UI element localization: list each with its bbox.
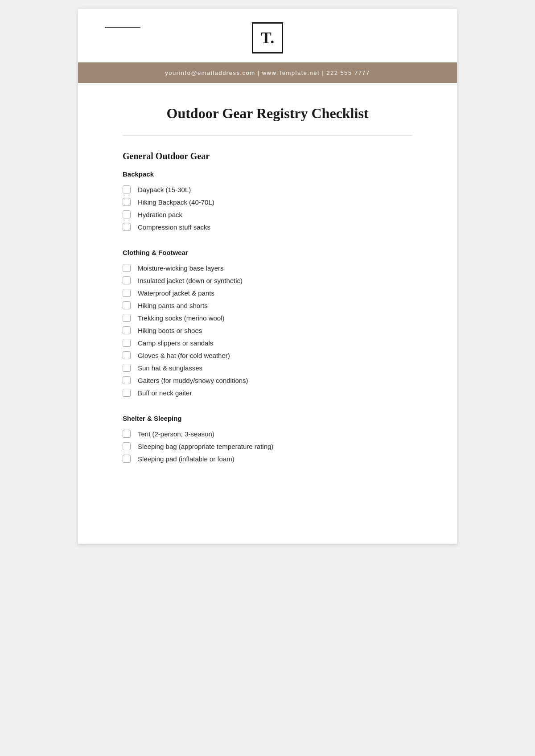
item-label: Hydration pack (138, 211, 182, 218)
item-label: Sleeping pad (inflatable or foam) (138, 455, 235, 463)
section-heading-general: General Outdoor Gear (123, 151, 412, 161)
subsection-backpack: Backpack Daypack (15-30L) Hiking Backpac… (123, 170, 412, 233)
list-item: Compression stuff sacks (123, 221, 412, 233)
list-item: Sun hat & sunglasses (123, 362, 412, 374)
list-item: Gaiters (for muddy/snowy conditions) (123, 374, 412, 386)
logo-box: T. (252, 22, 283, 53)
checkbox[interactable] (123, 210, 131, 218)
list-item: Hiking boots or shoes (123, 324, 412, 337)
list-item: Sleeping pad (inflatable or foam) (123, 452, 412, 465)
item-label: Hiking Backpack (40-70L) (138, 198, 214, 206)
checkbox[interactable] (123, 389, 131, 397)
checkbox[interactable] (123, 364, 131, 372)
list-item: Hydration pack (123, 208, 412, 221)
checkbox[interactable] (123, 276, 131, 284)
checkbox[interactable] (123, 442, 131, 450)
list-item: Trekking socks (merino wool) (123, 312, 412, 324)
list-item: Buff or neck gaiter (123, 386, 412, 399)
item-label: Waterproof jacket & pants (138, 289, 214, 297)
list-item: Camp slippers or sandals (123, 337, 412, 349)
list-item: Moisture-wicking base layers (123, 262, 412, 274)
header-bar: yourinfo@emailaddress.com | www.Template… (78, 62, 457, 83)
item-label: Hiking boots or shoes (138, 327, 202, 334)
item-label: Hiking pants and shorts (138, 302, 208, 309)
list-item: Hiking pants and shorts (123, 299, 412, 312)
title-divider (123, 135, 412, 136)
checkbox[interactable] (123, 351, 131, 359)
item-label: Gaiters (for muddy/snowy conditions) (138, 377, 248, 384)
list-item: Insulated jacket (down or synthetic) (123, 274, 412, 287)
checklist-backpack: Daypack (15-30L) Hiking Backpack (40-70L… (123, 183, 412, 233)
checklist-shelter: Tent (2-person, 3-season) Sleeping bag (… (123, 427, 412, 465)
subsection-clothing-footwear: Clothing & Footwear Moisture-wicking bas… (123, 249, 412, 399)
page: T. yourinfo@emailaddress.com | www.Templ… (78, 9, 457, 544)
checkbox[interactable] (123, 289, 131, 297)
item-label: Buff or neck gaiter (138, 389, 192, 397)
list-item: Tent (2-person, 3-season) (123, 427, 412, 440)
top-decorative-line (105, 27, 140, 28)
section-general-outdoor-gear: General Outdoor Gear Backpack Daypack (1… (123, 151, 412, 465)
item-label: Trekking socks (merino wool) (138, 314, 225, 322)
item-label: Sleeping bag (appropriate temperature ra… (138, 443, 273, 450)
item-label: Insulated jacket (down or synthetic) (138, 277, 243, 284)
checklist-clothing: Moisture-wicking base layers Insulated j… (123, 262, 412, 399)
subsection-heading-shelter: Shelter & Sleeping (123, 415, 412, 422)
item-label: Moisture-wicking base layers (138, 264, 224, 272)
checkbox[interactable] (123, 376, 131, 384)
checkbox[interactable] (123, 326, 131, 334)
item-label: Compression stuff sacks (138, 223, 210, 231)
item-label: Tent (2-person, 3-season) (138, 430, 214, 438)
header-contact: yourinfo@emailaddress.com | www.Template… (165, 70, 370, 76)
list-item: Hiking Backpack (40-70L) (123, 196, 412, 208)
checkbox[interactable] (123, 223, 131, 231)
checkbox[interactable] (123, 314, 131, 322)
item-label: Sun hat & sunglasses (138, 364, 202, 372)
logo-letter: T. (261, 29, 274, 47)
list-item: Daypack (15-30L) (123, 183, 412, 196)
list-item: Waterproof jacket & pants (123, 287, 412, 299)
checkbox[interactable] (123, 301, 131, 309)
checkbox[interactable] (123, 339, 131, 347)
list-item: Gloves & hat (for cold weather) (123, 349, 412, 362)
main-content: Outdoor Gear Registry Checklist General … (78, 83, 457, 507)
page-title: Outdoor Gear Registry Checklist (123, 105, 412, 122)
item-label: Camp slippers or sandals (138, 339, 213, 347)
checkbox[interactable] (123, 455, 131, 463)
checkbox[interactable] (123, 198, 131, 206)
list-item: Sleeping bag (appropriate temperature ra… (123, 440, 412, 452)
checkbox[interactable] (123, 185, 131, 193)
item-label: Gloves & hat (for cold weather) (138, 352, 230, 359)
subsection-heading-backpack: Backpack (123, 170, 412, 178)
subsection-heading-clothing: Clothing & Footwear (123, 249, 412, 256)
item-label: Daypack (15-30L) (138, 186, 191, 193)
subsection-shelter-sleeping: Shelter & Sleeping Tent (2-person, 3-sea… (123, 415, 412, 465)
checkbox[interactable] (123, 430, 131, 438)
checkbox[interactable] (123, 264, 131, 272)
logo-area: T. (78, 9, 457, 62)
